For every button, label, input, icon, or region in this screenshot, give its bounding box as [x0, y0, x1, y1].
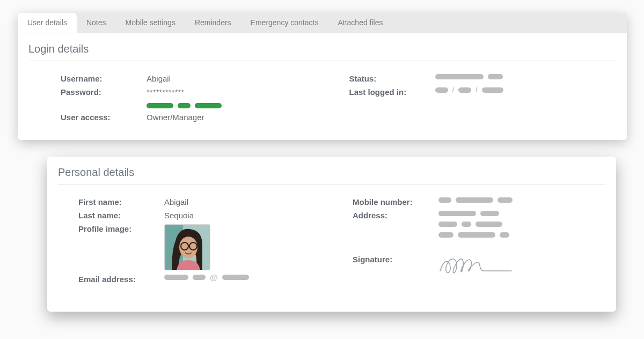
email-value-placeholder: @ — [164, 275, 249, 280]
profile-image[interactable] — [164, 224, 210, 270]
mobile-number-label: Mobile number: — [353, 197, 438, 207]
last-name-field: Last name: Sequoia — [78, 211, 331, 220]
user-access-value: Owner/Manager — [147, 113, 204, 122]
signature-icon — [438, 255, 514, 276]
first-name-field: First name: Abigail — [78, 197, 331, 207]
last-logged-in-label: Last logged in: — [349, 87, 435, 97]
status-value-placeholder — [435, 74, 503, 79]
password-label: Password: — [61, 87, 147, 97]
status-label: Status: — [349, 74, 435, 83]
personal-details-grid: First name: Abigail Last name: Sequoia P… — [47, 190, 616, 302]
status-field: Status: — [349, 74, 617, 83]
tab-attached-files[interactable]: Attached files — [328, 13, 392, 33]
first-name-value: Abigail — [164, 197, 188, 207]
email-field: Email address: @ — [78, 275, 331, 284]
password-field: Password: ************ — [61, 87, 328, 108]
login-details-heading: Login details — [18, 33, 627, 61]
profile-image-field: Profile image: — [78, 224, 331, 270]
last-name-value: Sequoia — [164, 211, 194, 220]
personal-details-card: Personal details First name: Abigail Las… — [47, 157, 616, 312]
user-access-field: User access: Owner/Manager — [61, 113, 328, 122]
mobile-number-field: Mobile number: — [353, 197, 605, 207]
tab-notes[interactable]: Notes — [77, 13, 116, 33]
password-value: ************ — [147, 87, 222, 97]
avatar-illustration-icon — [165, 225, 210, 270]
tab-user-details[interactable]: User details — [18, 13, 77, 33]
user-details-card: User details Notes Mobile settings Remin… — [18, 13, 627, 140]
address-value-placeholder — [438, 211, 509, 238]
last-logged-in-field: Last logged in: // — [349, 87, 617, 97]
username-field: Username: Abigail — [61, 74, 328, 83]
password-strength-indicator — [147, 103, 222, 108]
personal-details-heading: Personal details — [47, 157, 616, 184]
signature-field: Signature: — [353, 255, 605, 278]
last-name-label: Last name: — [78, 211, 164, 220]
user-access-label: User access: — [61, 113, 147, 122]
address-field: Address: — [353, 211, 605, 238]
username-value: Abigail — [147, 74, 171, 83]
tab-emergency-contacts[interactable]: Emergency contacts — [241, 13, 328, 33]
tab-bar: User details Notes Mobile settings Remin… — [18, 13, 627, 33]
tab-mobile-settings[interactable]: Mobile settings — [116, 13, 185, 33]
first-name-label: First name: — [78, 197, 164, 207]
login-details-grid: Username: Abigail Password: ************… — [18, 67, 627, 140]
email-label: Email address: — [78, 275, 164, 284]
address-label: Address: — [353, 211, 438, 220]
username-label: Username: — [61, 74, 147, 83]
signature-image — [438, 255, 514, 278]
password-value-block: ************ — [147, 87, 222, 108]
tab-reminders[interactable]: Reminders — [185, 13, 241, 33]
divider — [58, 184, 605, 185]
profile-image-label: Profile image: — [78, 224, 164, 233]
divider — [28, 61, 616, 61]
signature-label: Signature: — [353, 255, 438, 264]
mobile-number-value-placeholder — [438, 197, 513, 203]
last-logged-in-value-placeholder: // — [435, 87, 503, 93]
